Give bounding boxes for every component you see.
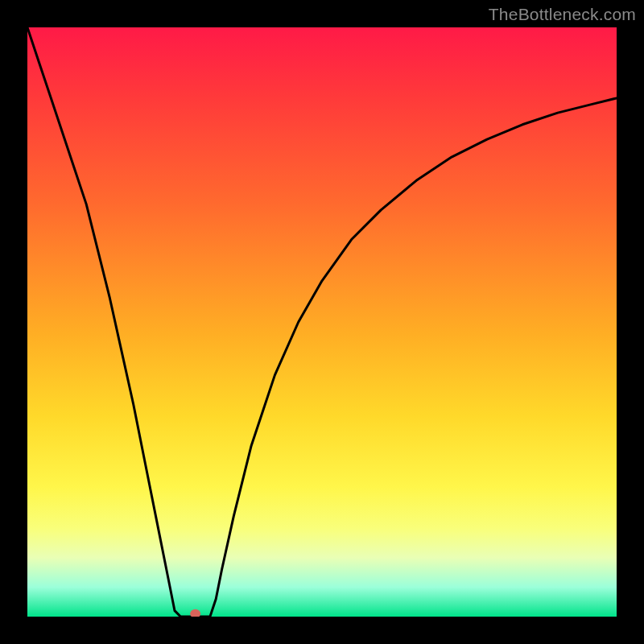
- plot-area: [27, 27, 617, 617]
- optimum-marker: [190, 609, 200, 617]
- chart-frame: TheBottleneck.com: [0, 0, 644, 644]
- bottleneck-curve: [27, 27, 617, 617]
- curve-layer: [27, 27, 617, 617]
- watermark-text: TheBottleneck.com: [489, 5, 636, 24]
